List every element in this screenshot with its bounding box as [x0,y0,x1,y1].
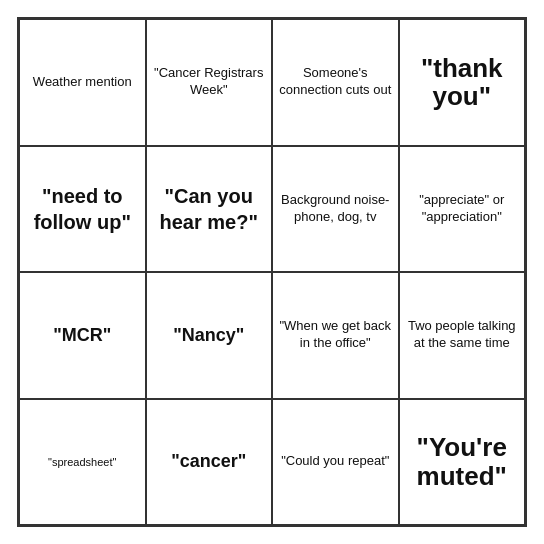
bingo-cell-r0c2: Someone's connection cuts out [272,19,399,146]
bingo-cell-r1c1: "Can you hear me?" [146,146,273,273]
bingo-cell-r3c1: "cancer" [146,399,273,526]
bingo-cell-r0c3: "thank you" [399,19,526,146]
bingo-cell-r2c1: "Nancy" [146,272,273,399]
bingo-cell-r3c0: "spreadsheet" [19,399,146,526]
bingo-cell-r3c2: "Could you repeat" [272,399,399,526]
bingo-cell-r3c3: "You're muted" [399,399,526,526]
bingo-cell-r1c0: "need to follow up" [19,146,146,273]
bingo-cell-r0c1: "Cancer Registrars Week" [146,19,273,146]
bingo-cell-r0c0: Weather mention [19,19,146,146]
bingo-board: Weather mention"Cancer Registrars Week"S… [17,17,527,527]
bingo-cell-r2c0: "MCR" [19,272,146,399]
bingo-cell-r2c3: Two people talking at the same time [399,272,526,399]
bingo-cell-r1c2: Background noise- phone, dog, tv [272,146,399,273]
bingo-cell-r2c2: "When we get back in the office" [272,272,399,399]
bingo-cell-r1c3: "appreciate" or "appreciation" [399,146,526,273]
